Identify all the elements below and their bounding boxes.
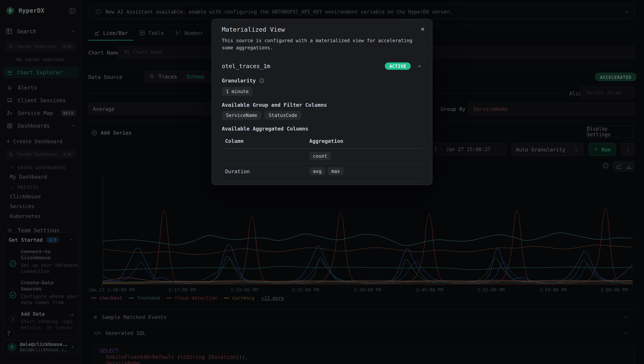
modal-title: Materialized View: [222, 26, 422, 33]
modal-description: This source is configured with a materia…: [222, 37, 424, 51]
view-name: otel_traces_1m: [222, 63, 385, 69]
aggregation-chip: avg: [309, 167, 325, 175]
group-filter-label: Available Group and Filter Columns: [222, 102, 422, 108]
aggregation-chip: count: [309, 152, 331, 160]
screen: HyperDX Search ⌘ K No saved searches Cha…: [0, 0, 644, 364]
granularity-label-row: Granularity: [222, 78, 422, 83]
group-filter-chips: ServiceNameStatusCode: [222, 111, 422, 120]
info-icon[interactable]: [259, 78, 264, 83]
aggregated-table-body: countDurationavgmax: [222, 148, 422, 178]
status-badge: ACTIVE: [385, 62, 411, 70]
materialized-view-modal: Materialized View ✕ This source is confi…: [211, 19, 432, 185]
modal-bottom-divider: [222, 182, 422, 182]
column-header: Column: [222, 138, 306, 148]
granularity-label: Granularity: [222, 78, 256, 84]
filter-column-chip: ServiceName: [222, 111, 261, 120]
close-icon[interactable]: ✕: [421, 25, 425, 33]
hyperdx-app: HyperDX Search ⌘ K No saved searches Cha…: [0, 0, 644, 364]
materialized-view-accordion[interactable]: otel_traces_1m ACTIVE: [222, 62, 422, 70]
aggregation-chip: max: [328, 167, 344, 175]
aggregation-header: Aggregation: [306, 138, 422, 148]
filter-column-chip: StatusCode: [265, 111, 301, 120]
granularity-chip-row: 1 minute: [222, 87, 422, 96]
aggregated-columns-label: Available Aggregated Columns: [222, 126, 422, 132]
chevron-up-icon: [417, 64, 422, 69]
table-row: count: [222, 148, 422, 164]
table-row: Durationavgmax: [222, 164, 422, 178]
granularity-chip: 1 minute: [222, 87, 253, 96]
aggregated-columns-table: Column Aggregation countDurationavgmax: [222, 138, 422, 178]
